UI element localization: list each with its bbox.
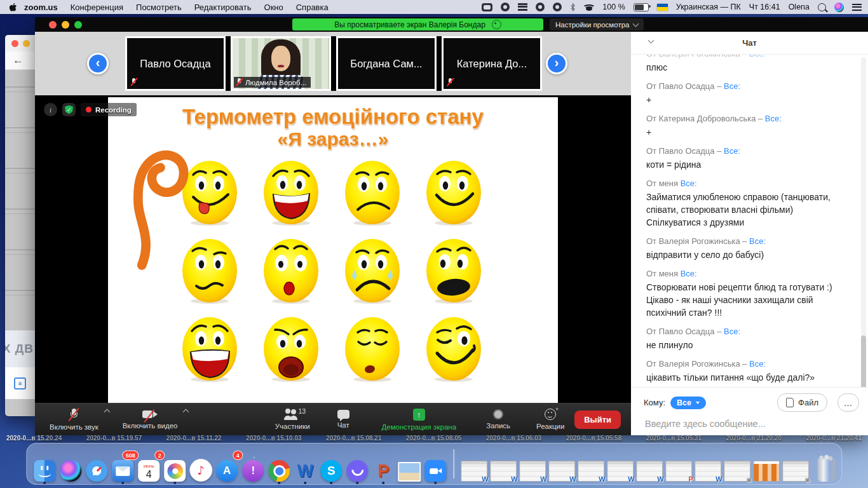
minimized-window-icon[interactable]: P [665,454,692,482]
desktop-file[interactable]: 2020-0...в 15.11.22 [166,435,222,442]
menu-item[interactable]: Окно [258,3,290,12]
battery-icon[interactable] [634,3,649,11]
minimized-window-icon[interactable]: W [490,454,517,482]
desktop-file[interactable]: 2020-0...в 15.10.03 [246,435,301,442]
menu-clock[interactable]: Чт 16:41 [749,3,780,11]
user-name[interactable]: Olena [789,3,810,11]
trash-icon[interactable] [817,459,835,482]
record-button[interactable]: Запись [477,403,520,435]
chat-message-input[interactable] [644,418,853,430]
participant-tile[interactable]: Катерина До... [442,36,542,91]
desktop-file[interactable]: 2020-0...в 15.20.24 [6,435,62,442]
participant-tile[interactable]: Людмила Вороб... [231,36,331,91]
dock-app-icon[interactable] [59,454,82,482]
minimized-window-icon[interactable]: ▣ [724,454,750,482]
chat-scrollbar-track[interactable] [861,57,866,346]
desktop-file[interactable]: 2020-0...в 21.20.41 [806,435,862,442]
dock-app-icon[interactable]: 4 A [215,454,238,482]
previous-participants-button[interactable]: ‹ [87,53,109,74]
minimized-window-icon[interactable]: W [461,454,487,482]
menu-item[interactable]: Редактировать [188,3,258,12]
dropdown-caret-icon [696,402,700,404]
chat-scrollbar-thumb[interactable] [861,336,866,394]
desktop-file[interactable]: 2020-0...в 15.06.03 [486,435,541,442]
viber-status-icon[interactable] [536,3,545,11]
dock-app-icon[interactable]: 508 [111,454,134,482]
chat-message-list[interactable]: От Валерія Рогожинська – Все: плюс От Па… [631,54,860,387]
dock-app-icon[interactable]: P [372,454,395,482]
chat-button[interactable]: Чат [325,403,361,435]
menu-item[interactable]: Посмотреть [130,3,188,12]
minimized-window-icon[interactable]: W [695,454,721,482]
dock-app-icon[interactable]: ! [241,454,264,482]
dock-app-icon[interactable]: S [320,454,342,482]
shield-check-icon[interactable] [553,3,562,11]
minimized-window-icon[interactable]: W [636,454,663,482]
participant-tile[interactable]: Павло Осадца [125,36,226,91]
desktop-file[interactable]: 2020-0...в 15.19.57 [86,435,142,442]
notification-center-icon[interactable] [852,4,862,11]
desktop-file[interactable]: 2020-0...в 15.08.21 [326,435,381,442]
desktop-file[interactable]: 2020-0...в 15.05.31 [646,435,702,442]
menu-item[interactable]: Конференция [64,3,130,12]
eye-status-icon[interactable] [501,3,510,11]
dock-app-icon[interactable] [85,454,108,482]
participant-tile[interactable]: Богдана Сам... [336,36,437,91]
desktop-file[interactable]: 2020-0...в 15.05.58 [566,435,621,442]
notification-badge: 4 [233,451,243,460]
minimized-window-icon[interactable]: ▣ [782,454,809,482]
back-arrow[interactable]: ← [5,51,35,70]
minimize-button[interactable] [23,40,30,47]
input-source[interactable]: Украинская — ПК [676,3,741,11]
menu-item[interactable]: zoom.us [19,3,64,12]
minimize-button[interactable] [62,21,69,29]
chat-collapse-chevron-icon[interactable] [648,37,654,44]
share-screen-button[interactable]: ↑ Демонстрация экрана [370,403,468,435]
minimized-window-icon[interactable]: W [519,454,546,482]
close-button[interactable] [49,21,57,29]
dock-app-icon[interactable]: W [294,454,316,482]
running-indicator-dot [173,482,176,484]
reactions-button[interactable]: + Реакции [526,403,574,435]
spotlight-search-icon[interactable] [818,3,826,11]
siri-icon[interactable] [834,3,844,12]
desktop-file[interactable]: 2020-0...в 15.08.05 [406,435,461,442]
minimized-window-icon[interactable]: W [607,454,634,482]
background-browser-window[interactable]: ← ИХ ДВ a [5,35,35,416]
unmute-button[interactable]: Включить звук [37,403,111,435]
bluetooth-icon[interactable] [570,3,576,11]
wifi-icon[interactable] [584,3,594,11]
dock-app-icon[interactable] [424,454,447,482]
next-participants-button[interactable]: › [546,53,567,74]
more-options-button[interactable]: … [837,393,859,412]
minimized-window-icon[interactable] [753,454,780,482]
dock-app-icon[interactable] [268,454,290,482]
screen-recording-icon[interactable] [482,3,492,11]
info-icon[interactable]: i [44,103,57,116]
menu-item[interactable]: Справка [290,3,335,12]
dock-app-icon[interactable] [163,454,186,482]
start-video-button[interactable]: Включить видео [111,403,190,435]
minimized-window-icon[interactable]: W [548,454,575,482]
ukraine-flag-icon[interactable] [657,4,668,11]
security-shield-icon[interactable]: ✓ [62,103,76,116]
file-button[interactable]: Файл [777,393,827,412]
view-settings-dropdown[interactable]: Настройки просмотра [550,18,644,30]
dock-app-icon[interactable]: 2 июнь 4 [137,454,160,482]
dock-app-icon[interactable] [346,454,369,482]
minimized-window-icon[interactable]: W [578,454,604,482]
dock-app-icon[interactable] [33,454,56,482]
zoom-toolbar: Включить звук Включить видео 13 Участник… [35,403,631,435]
dock-app-icon[interactable] [398,454,421,482]
leave-meeting-button[interactable]: Выйти [574,410,621,429]
participants-button[interactable]: 13 Участники [266,403,319,435]
zoom-maximize-button[interactable] [74,21,82,29]
close-button[interactable] [11,40,18,47]
desktop-file[interactable]: 2020-0...в 21.20.20 [726,435,782,442]
stacks-icon[interactable] [518,3,527,11]
apple-logo-icon[interactable] [6,3,19,12]
mic-options-caret[interactable] [104,409,110,416]
send-to-dropdown[interactable]: Все [670,396,706,409]
dock-app-icon[interactable]: ♪ [189,454,212,482]
video-options-caret[interactable] [183,409,189,416]
